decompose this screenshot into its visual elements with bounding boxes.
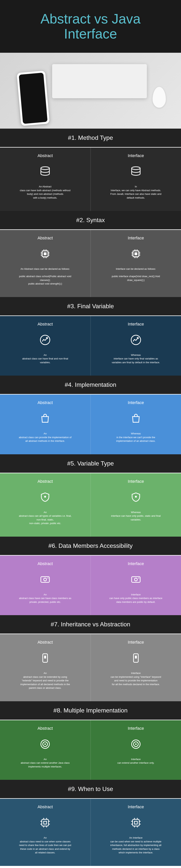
abstract-column: Abstract Anabstract class can have final… — [0, 316, 91, 376]
chip-icon — [128, 246, 143, 261]
abstract-column: Abstract An Abstractclass can have both … — [0, 148, 91, 211]
section-1: #1. Method Type Abstract An Abstractclas… — [0, 129, 181, 211]
bag-icon — [38, 411, 53, 426]
shield-icon — [128, 490, 143, 505]
interface-text: InInterface, we can only have Abstract m… — [109, 185, 162, 199]
interface-column: Interface Whereasin the interface we can… — [91, 395, 181, 454]
abstract-column: Abstract An Abstract class can be declar… — [0, 230, 91, 297]
hero-image — [0, 53, 181, 129]
device-icon — [38, 650, 53, 665]
column-title: Abstract — [8, 479, 83, 484]
section-7: #7. Inheritance vs Abstraction Abstract … — [0, 615, 181, 701]
interface-column: Interface Interface can be declared as f… — [91, 230, 181, 297]
section-4: #4. Implementation Abstract Anabstract c… — [0, 376, 181, 454]
interface-column: Interface An Interfacecan be used when w… — [91, 799, 181, 866]
abstract-text: Anabstract class can be extended by usin… — [19, 671, 72, 690]
column-title: Interface — [98, 479, 174, 484]
abstract-text: Anabstract class can provide the impleme… — [19, 432, 72, 443]
column-title: Abstract — [8, 153, 83, 158]
section-body: Abstract An Abstract class can be declar… — [0, 230, 181, 297]
keyboard-graphic — [52, 64, 147, 98]
section-header: #5. Variable Type — [0, 454, 181, 473]
interface-text: Interfacecan have only public class memb… — [109, 593, 162, 604]
interface-column: Interface Whereasinterface can have only… — [91, 473, 181, 537]
interface-text: Interfacecan be implemented using "inter… — [109, 671, 162, 686]
interface-text: Whereasinterface can have only final var… — [109, 353, 162, 364]
abstract-text: Anabstract class can extend another Java… — [19, 757, 72, 769]
column-title: Abstract — [8, 400, 83, 405]
column-title: Abstract — [8, 640, 83, 645]
section-header: #1. Method Type — [0, 129, 181, 148]
disk-icon — [38, 572, 53, 587]
interface-text: Interfacecan extend another interface on… — [109, 757, 162, 765]
column-title: Interface — [98, 322, 174, 327]
section-body: Abstract Anabstract class can provide th… — [0, 395, 181, 454]
column-title: Interface — [98, 236, 174, 241]
abstract-column: Abstract Anabstract class can all types … — [0, 473, 91, 537]
interface-text: An Interfacecan be used when we need to … — [109, 836, 162, 855]
column-title: Abstract — [8, 561, 83, 566]
interface-text: Interface can be declared as follows:pub… — [109, 267, 162, 282]
section-3: #3. Final Variable Abstract Anabstract c… — [0, 297, 181, 376]
abstract-column: Abstract Anabstract class can extend ano… — [0, 720, 91, 780]
section-body: Abstract Anabstract class can have final… — [0, 316, 181, 376]
section-body: Abstract An Abstractclass can have both … — [0, 148, 181, 211]
interface-text: Whereasin the interface we can't provide… — [109, 432, 162, 443]
abstract-text: Anabstract class have can have class mem… — [19, 593, 72, 604]
chip-icon — [38, 246, 53, 261]
cpu-icon — [38, 815, 53, 830]
column-title: Interface — [98, 640, 174, 645]
abstract-text: An Abstract class can be declared as fol… — [19, 267, 72, 286]
abstract-column: Abstract Anabstract class need to use wh… — [0, 799, 91, 866]
cpu-icon — [128, 815, 143, 830]
section-8: #8. Multiple Implementation Abstract Ana… — [0, 701, 181, 780]
infographic-container: Abstract vs Java Interface #1. Method Ty… — [0, 0, 181, 868]
db-icon — [128, 164, 143, 179]
column-title: Interface — [98, 400, 174, 405]
column-title: Abstract — [8, 726, 83, 731]
db-icon — [38, 164, 53, 179]
disk-icon — [128, 572, 143, 587]
title-line-1: Abstract vs Java — [40, 11, 140, 26]
section-header: #8. Multiple Implementation — [0, 701, 181, 720]
interface-column: Interface Interfacecan extend another in… — [91, 720, 181, 780]
interface-column: Interface InInterface, we can only have … — [91, 148, 181, 211]
section-body: Abstract Anabstract class can extend ano… — [0, 720, 181, 780]
column-title: Abstract — [8, 322, 83, 327]
device-icon — [128, 650, 143, 665]
section-5: #5. Variable Type Abstract Anabstract cl… — [0, 454, 181, 537]
abstract-text: Anabstract class can all types of variab… — [19, 510, 72, 525]
section-header: #7. Inheritance vs Abstraction — [0, 615, 181, 634]
title-line-2: Interface — [64, 26, 117, 41]
section-header: #3. Final Variable — [0, 297, 181, 316]
column-title: Abstract — [8, 236, 83, 241]
bag-icon — [128, 411, 143, 426]
section-header: #2. Syntax — [0, 211, 181, 230]
column-title: Interface — [98, 561, 174, 566]
abstract-text: Anabstract class need to use when some c… — [19, 836, 72, 855]
abstract-column: Abstract Anabstract class can be extende… — [0, 634, 91, 701]
page-title: Abstract vs Java Interface — [6, 11, 175, 41]
abstract-text: Anabstract class can have final and non-… — [19, 353, 72, 364]
header: Abstract vs Java Interface — [0, 0, 181, 53]
abstract-column: Abstract Anabstract class can provide th… — [0, 395, 91, 454]
footer: www.educba.com — [0, 866, 181, 868]
section-body: Abstract Anabstract class can be extende… — [0, 634, 181, 701]
target-icon — [38, 737, 53, 752]
section-header: #4. Implementation — [0, 376, 181, 395]
section-2: #2. Syntax Abstract An Abstract class ca… — [0, 211, 181, 297]
column-title: Interface — [98, 804, 174, 809]
column-title: Abstract — [8, 804, 83, 809]
section-6: #6. Data Members Accessibility Abstract … — [0, 537, 181, 615]
abstract-column: Abstract Anabstract class have can have … — [0, 556, 91, 615]
chart-icon — [128, 332, 143, 347]
section-body: Abstract Anabstract class need to use wh… — [0, 799, 181, 866]
interface-column: Interface Interfacecan have only public … — [91, 556, 181, 615]
section-header: #6. Data Members Accessibility — [0, 537, 181, 556]
section-9: #9. When to Use Abstract Anabstract clas… — [0, 780, 181, 866]
mouse-graphic — [152, 87, 166, 108]
column-title: Interface — [98, 153, 174, 158]
shield-icon — [38, 490, 53, 505]
phone-graphic — [17, 70, 50, 126]
interface-column: Interface Interfacecan be implemented us… — [91, 634, 181, 701]
